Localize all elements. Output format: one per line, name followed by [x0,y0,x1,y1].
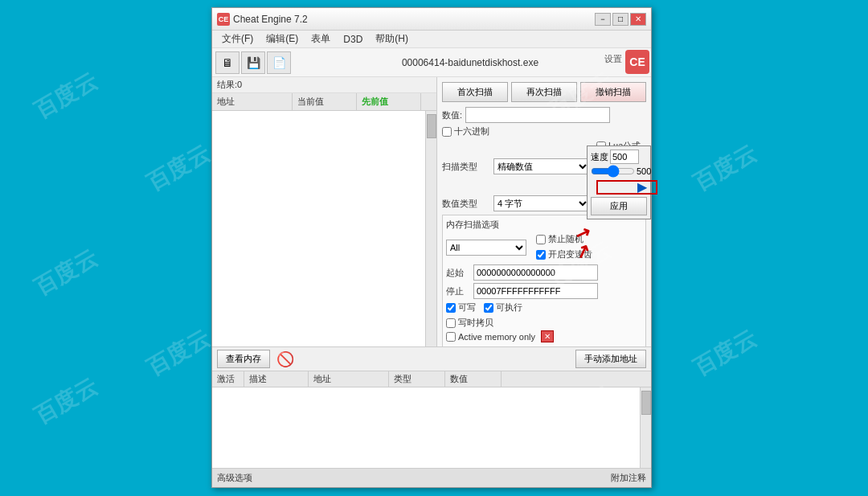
speedhack-panel: 速度 500 ▶ 应用 [587,146,651,219]
menu-file[interactable]: 文件(F) [215,31,260,47]
no-random-label: 禁止随机 [548,233,583,245]
advanced-label[interactable]: 高级选项 [217,472,252,484]
speedhack-row: 开启变速齿 [536,248,592,260]
toolbar-doc-btn[interactable]: 📄 [267,51,291,74]
toolbar-monitor-btn[interactable]: 🖥 [215,51,240,74]
manual-add-btn[interactable]: 手动添加地址 [575,350,646,368]
executable-row: 可执行 [484,301,522,314]
writable-checkbox[interactable] [446,303,456,313]
title-bar-buttons: － □ ✕ [595,13,646,26]
maximize-button[interactable]: □ [612,13,628,26]
align-row: 对齐 [529,346,577,346]
slider-row: 500 [591,166,647,177]
results-count: 结果:0 [212,77,436,93]
scan-type-label: 扫描类型 [442,161,490,173]
writable-label: 可写 [458,301,476,314]
ce-title-icon: CE [217,13,230,26]
stop-label: 停止 [446,285,470,297]
ce-logo: CE [625,50,649,74]
scan-options-group: 内存扫描选项 All 禁止随机 开启变速齿 [442,215,646,346]
executable-label: 可执行 [496,301,522,314]
speed-slider[interactable] [591,166,635,177]
start-label: 起始 [446,267,470,279]
menu-help[interactable]: 帮助(H) [369,31,415,47]
align-label: 对齐 [542,346,559,346]
col-desc: 描述 [244,371,309,387]
apply-btn[interactable]: 应用 [591,197,647,215]
settings-label[interactable]: 设置 [604,53,622,65]
hex-label: 十六进制 [454,125,489,137]
minimize-button[interactable]: － [595,13,611,26]
col-type: 类型 [389,371,445,387]
toolbar: 🖥 💾 📄 00006414-baidunetdiskhost.exe 设置 C… [212,48,651,77]
addr-table-header: 激活 描述 地址 类型 数值 [212,371,651,387]
speed-input[interactable] [610,150,639,164]
content-area: 结果:0 地址 当前值 先前值 首次扫描 再次扫描 撤销扫描 数值: [212,77,651,346]
close-button[interactable]: ✕ [630,13,646,26]
scan-options-title: 内存扫描选项 [446,219,642,231]
active-memory-label: Active memory only [458,332,535,342]
no-random-row: 禁止随机 [536,233,592,245]
add-note-label[interactable]: 附加注释 [611,472,646,484]
memory-region-select[interactable]: All [446,240,526,256]
value-row: 数值: [442,107,646,123]
speedhack-checkbox[interactable] [536,250,546,260]
slider-value: 500 [637,166,651,176]
cow-checkbox[interactable] [446,318,456,328]
writable-row: 可写 [446,301,476,314]
value-label: 数值: [442,109,462,121]
value-input[interactable] [465,107,610,123]
main-window: CE Cheat Engine 7.2 － □ ✕ 文件(F) 编辑(E) 表单… [211,7,652,488]
menu-d3d[interactable]: D3D [337,32,369,47]
blue-arrow-icon: ▶ [591,179,647,195]
menu-table[interactable]: 表单 [305,31,337,47]
col-current: 当前值 [293,93,357,110]
speed-row: 速度 [591,150,647,164]
menu-bar: 文件(F) 编辑(E) 表单 D3D 帮助(H) [212,31,651,48]
start-input[interactable] [473,264,598,281]
active-memory-checkbox[interactable] [446,332,456,342]
menu-edit[interactable]: 编辑(E) [260,31,305,47]
view-memory-btn[interactable]: 查看内存 [217,350,270,368]
col-address: 地址 [212,93,293,110]
process-title: 00006414-baidunetdiskhost.exe [293,57,648,68]
left-panel: 结果:0 地址 当前值 先前值 [212,77,437,346]
scan-type-select[interactable]: 精确数值 [493,158,590,174]
cow-row: 写时拷贝 [446,317,642,329]
value-type-select[interactable]: 4 字节 [493,195,590,211]
active-memory-x-btn[interactable]: ✕ [541,330,554,342]
title-bar: CE Cheat Engine 7.2 － □ ✕ [212,8,651,31]
scan-results-list [212,111,436,346]
executable-checkbox[interactable] [484,303,493,313]
no-random-checkbox[interactable] [536,235,546,244]
value-type-label: 数值类型 [442,198,490,210]
stop-row: 停止 [446,283,642,299]
col-activate: 激活 [212,371,244,387]
next-scan-btn[interactable]: 再次扫描 [511,82,577,102]
addr-table-body [212,387,651,468]
col-previous: 先前值 [357,93,421,110]
scan-table-header: 地址 当前值 先前值 [212,93,436,111]
active-memory-row: Active memory only ✕ [446,330,642,342]
footer-bar: 高级选项 附加注释 [212,468,651,487]
scan-buttons-group: 首次扫描 再次扫描 撤销扫描 [442,82,646,102]
first-scan-btn[interactable]: 首次扫描 [442,82,508,102]
stop-input[interactable] [473,283,598,299]
toolbar-save-btn[interactable]: 💾 [241,51,265,74]
right-panel: 首次扫描 再次扫描 撤销扫描 数值: 十六进制 扫描类型 精确数值 [437,77,651,346]
bottom-panel: 查看内存 🚫 手动添加地址 激活 描述 地址 类型 数值 高级选项 附加注释 [212,346,651,487]
hex-row: 十六进制 [442,125,646,137]
bottom-toolbar: 查看内存 🚫 手动添加地址 [212,347,651,371]
col-value: 数值 [445,371,502,387]
speedhack-label: 开启变速齿 [548,248,592,260]
speed-label: 速度 [591,151,608,163]
cow-label: 写时拷贝 [458,317,493,329]
hex-checkbox[interactable] [442,127,452,137]
window-title: Cheat Engine 7.2 [233,14,595,25]
cancel-scan-btn[interactable]: 撤销扫描 [580,82,646,102]
cancel-icon[interactable]: 🚫 [276,350,294,368]
start-row: 起始 [446,264,642,281]
col-addr: 地址 [309,371,389,387]
